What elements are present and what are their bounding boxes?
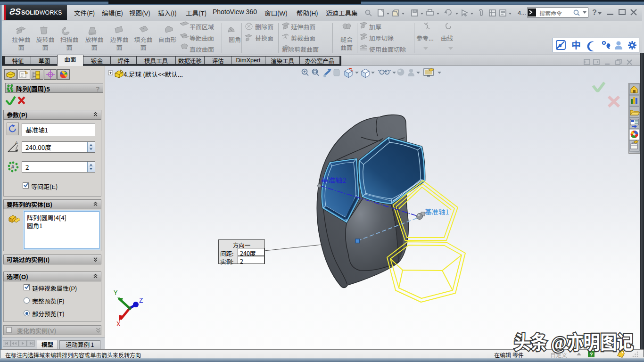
svg-text:#: # bbox=[11, 164, 15, 170]
svg-text:直纹曲面: 直纹曲面 bbox=[190, 45, 214, 54]
svg-text:删除面: 删除面 bbox=[255, 22, 273, 31]
svg-text:等距曲面: 等距曲面 bbox=[190, 33, 214, 42]
svg-text:加厚切除: 加厚切除 bbox=[369, 33, 394, 42]
svg-text:头条 @亦明图记: 头条 @亦明图记 bbox=[514, 328, 634, 355]
svg-text:剪裁曲面: 剪裁曲面 bbox=[291, 33, 315, 42]
svg-text:?: ? bbox=[592, 8, 597, 16]
svg-text:使用曲面切除: 使用曲面切除 bbox=[369, 45, 406, 54]
svg-text:加厚: 加厚 bbox=[369, 22, 381, 31]
svg-text:4...: 4... bbox=[518, 9, 526, 16]
svg-text:Y: Y bbox=[114, 289, 118, 297]
svg-text:曲线: 曲线 bbox=[441, 33, 453, 42]
svg-text:Z: Z bbox=[139, 297, 143, 304]
svg-text:A: A bbox=[15, 140, 18, 145]
svg-text:平面区域: 平面区域 bbox=[190, 22, 214, 31]
svg-text:基准轴1: 基准轴1 bbox=[425, 206, 449, 216]
svg-text:替换面: 替换面 bbox=[255, 33, 273, 42]
svg-text:基准轴2: 基准轴2 bbox=[321, 175, 346, 185]
svg-text:解除剪裁曲面: 解除剪裁曲面 bbox=[282, 45, 319, 54]
svg-text:延伸曲面: 延伸曲面 bbox=[291, 22, 315, 31]
svg-text:参考...: 参考... bbox=[416, 33, 434, 42]
svg-text:中: 中 bbox=[571, 38, 581, 51]
svg-text:X: X bbox=[116, 321, 121, 328]
